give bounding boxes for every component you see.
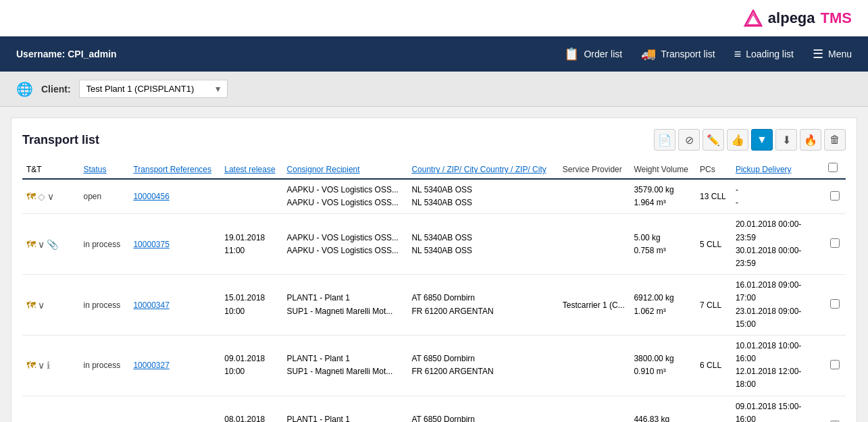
col-header-check xyxy=(824,159,846,179)
info-icon: ℹ xyxy=(47,360,50,371)
row4-country2: FR 61200 ARGENTAN xyxy=(411,365,554,378)
row1-consignor: AAPKU - VOS Logistics OSS... AAPKU - VOS… xyxy=(283,179,408,214)
download-button[interactable]: ⬇ xyxy=(775,129,797,151)
client-dropdown[interactable]: Test Plant 1 (CPISPLANT1) Plant 2 Plant … xyxy=(79,80,228,98)
expand-arrow-icon[interactable]: ∨ xyxy=(38,300,45,311)
nav-transport-list-label: Transport list xyxy=(661,49,715,59)
row3-release-time: 10:00 xyxy=(224,305,278,318)
row2-ref-link[interactable]: 10000375 xyxy=(133,240,169,249)
nav-transport-list[interactable]: 🚚 Transport list xyxy=(641,47,715,61)
row4-checkbox[interactable] xyxy=(830,360,840,369)
row3-volume-val: 1.062 m³ xyxy=(634,305,692,318)
col-header-ref: Transport References xyxy=(129,159,220,179)
fire-button[interactable]: 🔥 xyxy=(800,129,821,151)
row2-tt: 🗺 ∨ 📎 xyxy=(22,214,80,275)
row1-ref-link[interactable]: 10000456 xyxy=(133,192,169,201)
row4-status: in process xyxy=(80,335,130,396)
row2-status: in process xyxy=(80,214,130,275)
cancel-button[interactable]: ⊘ xyxy=(678,129,700,151)
row1-sp xyxy=(559,179,630,214)
ref-sort-link[interactable]: Transport References xyxy=(133,165,211,174)
row3-consignor1: PLANT1 - Plant 1 xyxy=(287,292,404,305)
row3-release: 15.01.2018 10:00 xyxy=(220,275,282,336)
pickup-sort-link[interactable]: Pickup Delivery xyxy=(736,165,792,174)
row4-ref-link[interactable]: 10000327 xyxy=(133,361,169,370)
row4-weight: 3800.00 kg 0.910 m³ xyxy=(630,335,696,396)
row3-ref-link[interactable]: 10000347 xyxy=(133,300,169,310)
new-document-button[interactable]: 📄 xyxy=(654,129,675,151)
row5-release: 08.01.2018 10:00 xyxy=(220,396,282,422)
row4-release-date: 09.01.2018 xyxy=(224,352,278,365)
expand-arrow-icon[interactable]: ∨ xyxy=(47,191,54,202)
row4-consignor2: SUP1 - Magneti Marelli Mot... xyxy=(287,365,404,378)
row4-country: AT 6850 Dornbirn FR 61200 ARGENTAN xyxy=(407,335,558,396)
row1-pickup: - - xyxy=(732,179,824,214)
username-label: Username: CPI_admin xyxy=(16,49,564,59)
row3-sp: Testcarrier 1 (C... xyxy=(559,275,630,336)
row2-weight: 5.00 kg 0.758 m³ xyxy=(630,214,696,275)
nav-menu[interactable]: ☰ Menu xyxy=(813,47,852,61)
row1-country: NL 5340AB OSS NL 5340AB OSS xyxy=(407,179,558,214)
row5-release-date: 08.01.2018 xyxy=(224,413,278,422)
nav-menu-label: Menu xyxy=(828,49,852,59)
release-sort-link[interactable]: Latest release xyxy=(224,165,275,174)
table-row: 🗺 ∨ in process 10000313 08.01.2018 10:00… xyxy=(22,396,846,422)
row5-weight-val: 446.83 kg xyxy=(634,413,692,422)
col-header-pcs: PCs xyxy=(696,159,732,179)
row2-check xyxy=(824,214,846,275)
select-all-checkbox[interactable] xyxy=(828,163,838,172)
row1-checkbox[interactable] xyxy=(830,191,840,201)
consignor-sort-link[interactable]: Consignor Recipient xyxy=(287,165,360,174)
map-icon[interactable]: 🗺 xyxy=(26,360,36,371)
approve-button[interactable]: 👍 xyxy=(727,129,748,151)
map-icon[interactable]: 🗺 xyxy=(26,191,36,202)
row4-weight-val: 3800.00 kg xyxy=(634,352,692,365)
row1-release xyxy=(220,179,282,214)
map-icon[interactable]: 🗺 xyxy=(26,300,36,311)
row4-release-time: 10:00 xyxy=(224,365,278,378)
nav-order-list-label: Order list xyxy=(584,49,622,59)
row1-country2: NL 5340AB OSS xyxy=(411,196,554,209)
row1-pickup-date: - xyxy=(736,184,820,196)
status-sort-link[interactable]: Status xyxy=(84,165,107,174)
edit-button[interactable]: ✏️ xyxy=(703,129,724,151)
row4-consignor: PLANT1 - Plant 1 SUP1 - Magneti Marelli … xyxy=(283,335,408,396)
row2-ref: 10000375 xyxy=(129,214,220,275)
country-sort-link[interactable]: Country / ZIP/ City Country / ZIP/ City xyxy=(411,165,546,174)
row2-pcs: 5 CLL xyxy=(696,214,732,275)
row1-status: open xyxy=(80,179,130,214)
row3-release-date: 15.01.2018 xyxy=(224,292,278,305)
row1-ref: 10000456 xyxy=(129,179,220,214)
row3-weight-val: 6912.00 kg xyxy=(634,292,692,305)
row1-delivery-date: - xyxy=(736,196,820,209)
row5-pcs: 10 CLL xyxy=(696,396,732,422)
row1-weight-val: 3579.00 kg xyxy=(634,184,692,196)
row3-checkbox[interactable] xyxy=(830,299,840,309)
nav-order-list[interactable]: 📋 Order list xyxy=(564,47,622,61)
order-list-icon: 📋 xyxy=(564,47,579,61)
map-icon[interactable]: 🗺 xyxy=(26,239,36,250)
row2-weight-val: 5.00 kg xyxy=(634,232,692,244)
row2-pickup-date: 20.01.2018 00:00-23:59 xyxy=(736,218,820,244)
delete-button[interactable]: 🗑 xyxy=(824,129,846,151)
table-header-row: T&T Status Transport References Latest r… xyxy=(22,159,846,179)
expand-arrow-icon[interactable]: ∨ xyxy=(38,360,45,371)
row2-sp xyxy=(559,214,630,275)
row4-delivery-date: 12.01.2018 12:00-18:00 xyxy=(736,365,820,391)
filter-button[interactable]: ▼ xyxy=(751,129,773,151)
row2-delivery-date: 30.01.2018 00:00-23:59 xyxy=(736,244,820,270)
row5-check xyxy=(824,396,846,422)
row4-consignor1: PLANT1 - Plant 1 xyxy=(287,352,404,365)
row1-volume-val: 1.964 m³ xyxy=(634,196,692,209)
status-diamond-icon: ◇ xyxy=(38,191,45,202)
row3-country1: AT 6850 Dornbirn xyxy=(411,292,554,305)
expand-arrow-icon[interactable]: ∨ xyxy=(38,239,45,250)
row3-country: AT 6850 Dornbirn FR 61200 ARGENTAN xyxy=(407,275,558,336)
nav-loading-list[interactable]: ≡ Loading list xyxy=(734,47,794,61)
col-header-status: Status xyxy=(80,159,130,179)
table-row: 🗺 ◇ ∨ open 10000456 AAPKU - VOS Logistic… xyxy=(22,179,846,214)
col-header-country: Country / ZIP/ City Country / ZIP/ City xyxy=(407,159,558,179)
logo-icon xyxy=(744,9,763,27)
row2-checkbox[interactable] xyxy=(830,238,840,248)
row3-country2: FR 61200 ARGENTAN xyxy=(411,305,554,318)
